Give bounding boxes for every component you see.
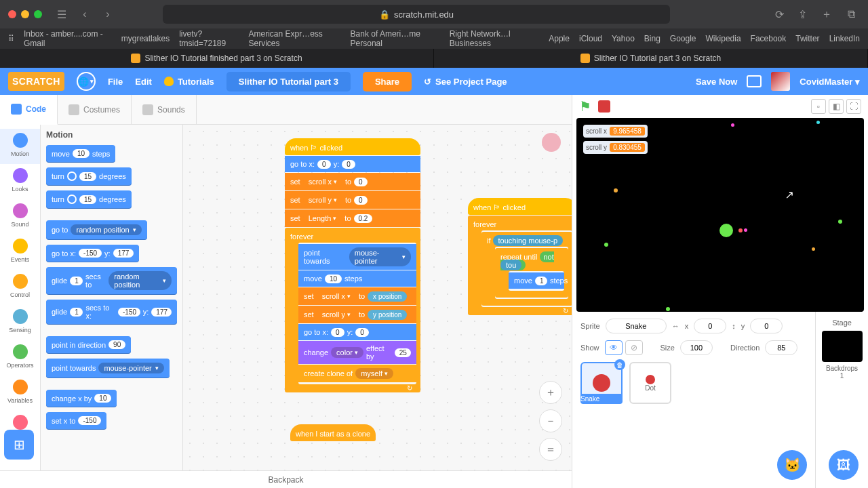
apps-icon[interactable]: ⠿: [8, 34, 14, 43]
green-flag-icon[interactable]: ⚑: [579, 98, 591, 115]
block-glide[interactable]: glide1secs torandom position: [46, 267, 177, 294]
block-set-x[interactable]: set x to-150: [46, 412, 106, 429]
sprite-y-input[interactable]: [750, 319, 783, 333]
bookmark[interactable]: Facebook: [751, 34, 787, 43]
stage-thumb[interactable]: [822, 331, 863, 362]
new-tab-icon[interactable]: ＋: [818, 5, 835, 23]
category-motion[interactable]: Motion: [0, 129, 40, 164]
zoom-in-button[interactable]: ＋: [539, 381, 562, 404]
block-when-clone[interactable]: when I start as a clone: [290, 424, 376, 441]
block-move[interactable]: move10steps: [298, 270, 416, 287]
sprite-name-input[interactable]: [606, 319, 667, 333]
sprite-dir-input[interactable]: [765, 340, 797, 355]
script-stack-2[interactable]: when 🏳 clicked forever if touching mouse…: [468, 198, 572, 315]
workspace[interactable]: when 🏳 clicked go to x:0y:0 setscroll xt…: [183, 125, 572, 488]
category-events[interactable]: Events: [0, 235, 40, 270]
sprite-tile-dot[interactable]: Dot: [629, 362, 671, 404]
add-backdrop-button[interactable]: 🖼: [829, 450, 859, 480]
block-move-steps[interactable]: move10steps: [46, 145, 115, 162]
block-point-dir[interactable]: point in direction90: [46, 336, 131, 353]
script-stack-1[interactable]: when 🏳 clicked go to x:0y:0 setscroll xt…: [285, 138, 420, 392]
category-sensing[interactable]: Sensing: [0, 305, 40, 340]
show-button[interactable]: 👁: [605, 340, 623, 355]
block-set-var[interactable]: setscroll yto0: [285, 191, 420, 209]
variable-monitor[interactable]: scroll y0.830455: [583, 141, 648, 154]
block-gotoxy[interactable]: go to x:0y:0: [298, 324, 416, 340]
block-glidexy[interactable]: glide1secs to x:-150y:177: [46, 300, 177, 324]
avatar[interactable]: [771, 72, 790, 91]
bookmark[interactable]: Bing: [644, 34, 660, 43]
project-title-input[interactable]: Slither IO Tutorial part 3: [226, 72, 351, 92]
block-change-x[interactable]: change x by10: [46, 390, 117, 407]
share-icon[interactable]: ⇪: [793, 5, 811, 23]
forward-icon[interactable]: ›: [99, 5, 117, 23]
block-when-flag-clicked[interactable]: when 🏳 clicked: [285, 138, 420, 155]
sprite-x-input[interactable]: [694, 319, 726, 333]
block-if[interactable]: if touching mouse-p repeat until not tou…: [481, 232, 572, 306]
share-button[interactable]: Share: [363, 72, 412, 92]
hide-button[interactable]: ⊘: [625, 340, 643, 355]
block-forever[interactable]: forever if touching mouse-p repeat until…: [468, 216, 572, 315]
username[interactable]: CovidMaster ▾: [800, 77, 860, 87]
bookmark[interactable]: Apple: [549, 34, 570, 43]
block-goto[interactable]: go torandom position: [46, 220, 147, 239]
stage-large-icon[interactable]: ◧: [829, 99, 844, 114]
bookmark[interactable]: iCloud: [579, 34, 602, 43]
tab-sounds[interactable]: Sounds: [132, 95, 197, 125]
sprite-tile-snake[interactable]: 🗑Snake: [580, 362, 623, 404]
tabs-icon[interactable]: ⧉: [842, 5, 860, 23]
block-gotoxy[interactable]: go to x:0y:0: [285, 156, 420, 172]
block-move[interactable]: move1steps: [509, 272, 564, 289]
block-gotoxy[interactable]: go to x:-150y:177: [46, 245, 139, 262]
block-turn-ccw[interactable]: turn15degrees: [46, 190, 132, 208]
block-set-var[interactable]: setscroll xto0: [285, 173, 420, 190]
stage-selector[interactable]: Stage Backdrops 1 🖼: [815, 312, 868, 488]
zoom-out-button[interactable]: －: [539, 409, 562, 432]
bookmark[interactable]: Google: [670, 34, 696, 43]
stage-small-icon[interactable]: ▫: [811, 99, 826, 114]
bookmark[interactable]: Wikipedia: [706, 34, 741, 43]
bookmark[interactable]: LinkedIn: [829, 34, 860, 43]
bookmark[interactable]: Right Network…l Businesses: [450, 29, 540, 48]
stage[interactable]: scroll x9.965458scroll y0.830455↖: [576, 118, 864, 312]
variable-monitor[interactable]: scroll x9.965458: [583, 125, 648, 138]
tab-costumes[interactable]: Costumes: [58, 95, 132, 125]
bookmark[interactable]: livetv?tmsid=72189: [179, 29, 239, 48]
block-create-clone[interactable]: create clone ofmyself: [298, 365, 416, 382]
save-now[interactable]: Save Now: [696, 77, 737, 87]
category-control[interactable]: Control: [0, 270, 40, 305]
url-bar[interactable]: 🔒 scratch.mit.edu: [163, 5, 670, 24]
delete-sprite-icon[interactable]: 🗑: [614, 359, 625, 370]
bookmark[interactable]: Inbox - amber....com - Gmail: [24, 29, 112, 48]
block-point-towards[interactable]: point towardsmouse-pointer: [46, 359, 170, 378]
sidebar-icon[interactable]: ☰: [53, 5, 71, 23]
add-extension-button[interactable]: ⊞: [4, 430, 34, 460]
bookmark[interactable]: Yahoo: [612, 34, 635, 43]
browser-tab[interactable]: Slither IO Tutorial finished part 3 on S…: [0, 49, 434, 68]
reload-icon[interactable]: ⟳: [770, 5, 788, 23]
file-menu[interactable]: File: [108, 77, 123, 87]
scratch-logo[interactable]: SCRATCH: [8, 72, 64, 91]
block-turn-cw[interactable]: turn15degrees: [46, 167, 132, 185]
edit-menu[interactable]: Edit: [135, 77, 152, 87]
block-set-var[interactable]: setscroll ytoy position: [298, 306, 416, 323]
window-controls[interactable]: [8, 10, 42, 18]
category-operators[interactable]: Operators: [0, 340, 40, 375]
block-when-flag-clicked[interactable]: when 🏳 clicked: [468, 198, 572, 215]
backpack[interactable]: Backpack: [0, 470, 572, 488]
tutorials-button[interactable]: Tutorials: [164, 77, 214, 87]
block-change-effect[interactable]: changecoloreffect by25: [298, 341, 416, 364]
stage-full-icon[interactable]: ⛶: [846, 99, 861, 114]
tab-code[interactable]: Code: [0, 95, 58, 125]
mystuff-icon[interactable]: [747, 75, 762, 87]
sprite-size-input[interactable]: [680, 340, 713, 355]
zoom-reset-button[interactable]: ＝: [539, 438, 562, 461]
block-palette[interactable]: Motion move10steps turn15degrees turn15d…: [41, 95, 183, 488]
category-sound[interactable]: Sound: [0, 199, 40, 235]
block-forever[interactable]: forever point towardsmouse-pointer move1…: [285, 228, 420, 392]
block-point-towards[interactable]: point towardsmouse-pointer: [298, 244, 416, 270]
see-project-page[interactable]: ↺ See Project Page: [424, 77, 507, 87]
block-set-var[interactable]: setLengthto0.2: [285, 209, 420, 227]
bookmark[interactable]: mygreatlakes: [121, 34, 170, 43]
category-variables[interactable]: Variables: [0, 375, 40, 411]
